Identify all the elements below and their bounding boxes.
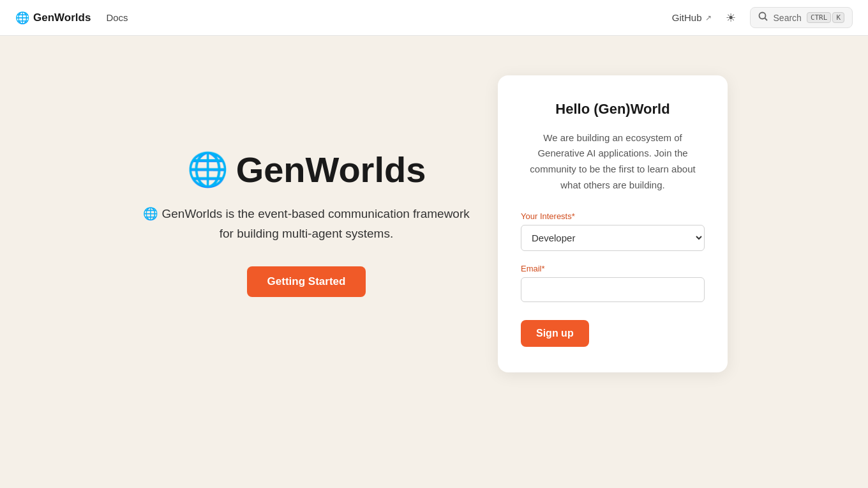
getting-started-button[interactable]: Getting Started (247, 266, 366, 297)
hero-content: 🌐 GenWorlds 🌐 GenWorlds is the event-bas… (140, 150, 498, 297)
bottom-area (0, 411, 868, 488)
external-link-icon: ↗ (705, 13, 712, 22)
hero-subtitle: 🌐 GenWorlds is the event-based communica… (140, 204, 472, 243)
ctrl-key: CTRL (807, 12, 832, 23)
email-group: Email* (521, 264, 705, 302)
hero-title-emoji: 🌐 (187, 151, 228, 188)
svg-line-1 (765, 19, 767, 21)
hero-title: 🌐 GenWorlds (140, 150, 472, 190)
sun-icon: ☀ (726, 11, 736, 25)
svg-point-0 (759, 13, 765, 19)
nav-logo[interactable]: 🌐 GenWorlds (15, 11, 91, 25)
interests-group: Your Interests* Developer Researcher Bus… (521, 211, 705, 251)
logo-emoji: 🌐 (15, 11, 29, 25)
nav-docs-link[interactable]: Docs (106, 12, 128, 23)
search-label: Search (774, 13, 802, 23)
signup-card: Hello (Gen)World We are building an ecos… (498, 75, 728, 372)
hero-section: 🌐 GenWorlds 🌐 GenWorlds is the event-bas… (0, 36, 868, 411)
email-label: Email* (521, 264, 705, 273)
card-title: Hello (Gen)World (521, 101, 705, 118)
card-description: We are building an ecosystem of Generati… (521, 130, 705, 194)
nav-github-link[interactable]: GitHub ↗ (672, 12, 712, 23)
search-button[interactable]: Search CTRL K (750, 7, 853, 28)
hero-title-text: GenWorlds (236, 150, 426, 190)
signup-button[interactable]: Sign up (521, 320, 589, 347)
navbar: 🌐 GenWorlds Docs GitHub ↗ ☀ Search CTRL … (0, 0, 868, 36)
email-input[interactable] (521, 277, 705, 302)
theme-toggle-button[interactable]: ☀ (722, 7, 740, 29)
k-key: K (832, 12, 844, 23)
interests-label: Your Interests* (521, 211, 705, 221)
interests-select[interactable]: Developer Researcher Business Other (521, 225, 705, 251)
search-shortcut: CTRL K (807, 12, 844, 23)
github-label: GitHub (672, 12, 702, 23)
search-icon (758, 11, 768, 24)
logo-text: GenWorlds (33, 11, 91, 24)
